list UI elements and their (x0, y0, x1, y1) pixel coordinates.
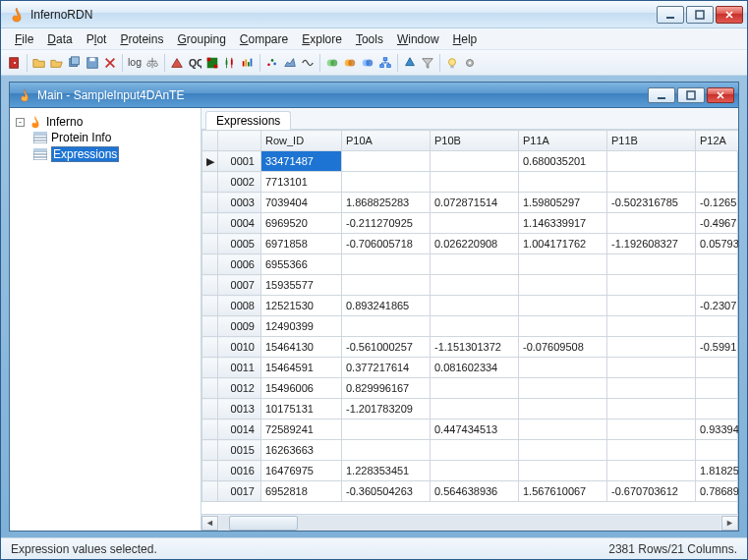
cell[interactable] (342, 316, 431, 337)
scroll-thumb[interactable] (229, 516, 298, 531)
menu-compare[interactable]: Compare (240, 32, 288, 46)
child-titlebar[interactable]: Main - SampleInput4DAnTE (10, 83, 738, 108)
cell[interactable]: -0.706005718 (342, 234, 431, 254)
cell[interactable] (696, 440, 739, 461)
menu-explore[interactable]: Explore (302, 32, 342, 46)
cell[interactable]: -0.670703612 (607, 481, 696, 502)
cell[interactable]: 15935577 (261, 275, 342, 296)
column-header[interactable]: Row_ID (261, 131, 342, 151)
tree-blue-icon[interactable] (402, 55, 418, 71)
table-row[interactable]: 0012154960060.829996167 (202, 378, 739, 399)
cell[interactable] (431, 254, 519, 275)
venn-green-icon[interactable] (324, 55, 340, 71)
cell[interactable]: 33471487 (261, 151, 342, 172)
cell[interactable]: -0.211270925 (342, 213, 431, 234)
cell[interactable]: -0.561000257 (342, 337, 431, 358)
cell[interactable]: 0.893241865 (342, 296, 431, 316)
cell[interactable] (607, 440, 696, 461)
table-row[interactable]: 00046969520-0.2112709251.146339917-0.496… (202, 213, 739, 234)
cell[interactable] (519, 254, 607, 275)
cell[interactable]: 6952818 (261, 481, 342, 502)
cell[interactable]: -1.201783209 (342, 399, 431, 420)
menu-plot[interactable]: Plot (86, 32, 107, 46)
candlestick-icon[interactable] (222, 55, 238, 71)
cell[interactable]: 1.004171762 (519, 234, 607, 254)
cell[interactable] (431, 378, 519, 399)
table-row[interactable]: 000912490399 (202, 316, 739, 337)
cell[interactable]: 6969520 (261, 213, 342, 234)
cell[interactable]: 7713101 (261, 172, 342, 193)
heatmap-green-icon[interactable] (204, 55, 220, 71)
row-marker-header[interactable] (202, 131, 218, 151)
titlebar[interactable]: InfernoRDN (1, 1, 747, 28)
table-row[interactable]: 000370394041.8688252830.0728715141.59805… (202, 193, 739, 213)
cell[interactable] (431, 213, 519, 234)
cell[interactable]: -0.360504263 (342, 481, 431, 502)
area-icon[interactable] (282, 55, 298, 71)
column-header[interactable]: P10B (431, 131, 519, 151)
cell[interactable]: 1.567610067 (519, 481, 607, 502)
cell[interactable] (519, 275, 607, 296)
cell[interactable] (696, 275, 739, 296)
data-grid[interactable]: Row_IDP10AP10BP11AP11BP12A ▶000133471487… (201, 130, 738, 531)
cell[interactable] (342, 420, 431, 440)
cell[interactable]: 0.78689 (696, 481, 739, 502)
cell[interactable] (519, 420, 607, 440)
table-row[interactable]: ▶0001334714870.680035201 (202, 151, 739, 172)
gear-icon[interactable] (462, 55, 478, 71)
cell[interactable] (696, 358, 739, 378)
cell[interactable] (342, 151, 431, 172)
table-row[interactable]: 00056971858-0.7060057180.0262209081.0041… (202, 234, 739, 254)
cell[interactable] (519, 296, 607, 316)
cell[interactable]: 16476975 (261, 461, 342, 481)
table-row[interactable]: 00176952818-0.3605042630.5646389361.5676… (202, 481, 739, 502)
cell[interactable] (431, 296, 519, 316)
cell[interactable]: 1.868825283 (342, 193, 431, 213)
tree-node-expressions[interactable]: Expressions (31, 145, 197, 163)
menu-data[interactable]: Data (47, 32, 72, 46)
cell[interactable]: 0.680035201 (519, 151, 607, 172)
column-header[interactable]: P12A (696, 131, 739, 151)
venn-orange-icon[interactable] (342, 55, 358, 71)
cell[interactable]: 10175131 (261, 399, 342, 420)
cell[interactable]: 0.081602334 (431, 358, 519, 378)
cell[interactable]: 12490399 (261, 316, 342, 337)
cell[interactable]: 1.228353451 (342, 461, 431, 481)
cell[interactable]: -0.07609508 (519, 337, 607, 358)
cell[interactable]: 0.829996167 (342, 378, 431, 399)
cell[interactable]: 12521530 (261, 296, 342, 316)
cell[interactable]: -0.4967 (696, 213, 739, 234)
cell[interactable] (519, 316, 607, 337)
cell[interactable] (342, 254, 431, 275)
cell[interactable] (607, 378, 696, 399)
triangle-icon[interactable] (169, 55, 185, 71)
cell[interactable] (431, 172, 519, 193)
table-row[interactable]: 001015464130-0.561000257-1.151301372-0.0… (202, 337, 739, 358)
row-number-header[interactable] (218, 131, 261, 151)
horizontal-scrollbar[interactable]: ◄ ► (201, 514, 738, 531)
table-row[interactable]: 00066955366 (202, 254, 739, 275)
maximize-button[interactable] (686, 6, 714, 24)
cell[interactable]: -1.151301372 (431, 337, 519, 358)
cell[interactable]: 6955366 (261, 254, 342, 275)
cell[interactable] (342, 440, 431, 461)
cell[interactable] (431, 461, 519, 481)
cell[interactable]: 0.026220908 (431, 234, 519, 254)
cell[interactable] (342, 172, 431, 193)
tree-collapse-icon[interactable]: - (16, 118, 25, 127)
cell[interactable] (696, 172, 739, 193)
folder-open-icon[interactable] (49, 55, 65, 71)
tree-node-protein-info[interactable]: Protein Info (31, 130, 197, 145)
table-row[interactable]: 0008125215300.893241865-0.2307 (202, 296, 739, 316)
bulb-icon[interactable] (444, 55, 460, 71)
cell[interactable] (519, 172, 607, 193)
wave-icon[interactable] (300, 55, 316, 71)
cell[interactable] (607, 275, 696, 296)
table-row[interactable]: 00027713101 (202, 172, 739, 193)
child-close-button[interactable] (707, 87, 734, 103)
cell[interactable] (342, 275, 431, 296)
table-row[interactable]: 0011154645910.3772176140.081602334 (202, 358, 739, 378)
cell[interactable] (696, 316, 739, 337)
cell[interactable]: 0.447434513 (431, 420, 519, 440)
cell[interactable]: 7039404 (261, 193, 342, 213)
